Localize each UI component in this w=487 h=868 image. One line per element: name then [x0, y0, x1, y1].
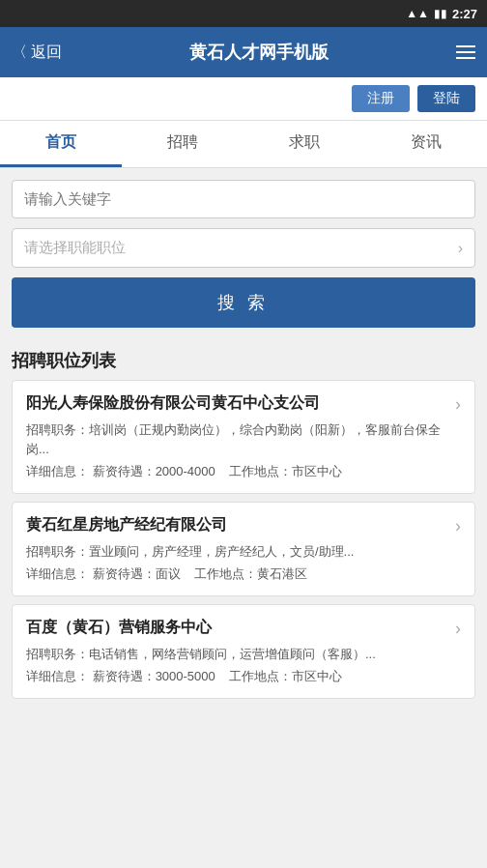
- job-card[interactable]: 阳光人寿保险股份有限公司黄石中心支公司 › 招聘职务：培训岗（正规内勤岗位），综…: [12, 380, 475, 494]
- job-card[interactable]: 百度（黄石）营销服务中心 › 招聘职务：电话销售，网络营销顾问，运营增值顾问（客…: [12, 604, 475, 699]
- job-card-arrow-icon: ›: [455, 394, 461, 415]
- location-value: 市区中心: [292, 464, 342, 478]
- positions-label: 招聘职务：: [26, 544, 89, 559]
- job-company-name: 阳光人寿保险股份有限公司黄石中心支公司: [26, 392, 455, 414]
- salary-value: 面议: [156, 566, 181, 581]
- login-button[interactable]: 登陆: [417, 85, 475, 112]
- status-time: 2:27: [452, 7, 477, 21]
- job-card-arrow-icon: ›: [455, 619, 461, 639]
- location-label: 工作地点：: [194, 566, 257, 581]
- location-label: 工作地点：: [229, 464, 292, 478]
- salary-value: 3000-5000: [156, 669, 215, 683]
- job-positions: 招聘职务：电话销售，网络营销顾问，运营增值顾问（客服）...: [26, 645, 461, 664]
- details-label: 详细信息：: [26, 566, 89, 581]
- job-positions: 招聘职务：置业顾问，房产经理，房产经纪人，文员/助理...: [26, 542, 461, 562]
- location-value: 市区中心: [292, 669, 342, 683]
- search-area: 请选择职能职位 › 搜 索: [0, 168, 487, 339]
- tab-job-search[interactable]: 求职: [244, 121, 365, 167]
- job-positions: 招聘职务：培训岗（正规内勤岗位），综合内勤岗（阳新），客服前台保全岗...: [26, 420, 461, 458]
- search-button-wrapper: 搜 索: [12, 277, 475, 339]
- job-card[interactable]: 黄石红星房地产经纪有限公司 › 招聘职务：置业顾问，房产经理，房产经纪人，文员/…: [12, 502, 475, 596]
- job-details: 详细信息： 薪资待遇：面议 工作地点：黄石港区: [26, 564, 461, 584]
- salary-value: 2000-4000: [156, 464, 215, 478]
- tab-recruitment[interactable]: 招聘: [122, 121, 244, 167]
- details-label: 详细信息：: [26, 464, 89, 478]
- positions-label: 招聘职务：: [26, 647, 89, 661]
- keyword-input-wrapper[interactable]: [12, 180, 475, 218]
- back-button[interactable]: 〈 返回: [12, 43, 62, 63]
- search-button[interactable]: 搜 索: [12, 277, 475, 328]
- job-card-header: 阳光人寿保险股份有限公司黄石中心支公司 ›: [26, 392, 461, 415]
- status-icons: ▲▲ ▮▮ 2:27: [406, 7, 477, 21]
- position-select-text: 请选择职能职位: [24, 239, 126, 257]
- position-select[interactable]: 请选择职能职位 ›: [12, 228, 475, 268]
- job-card-header: 黄石红星房地产经纪有限公司 ›: [26, 514, 461, 536]
- status-bar: ▲▲ ▮▮ 2:27: [0, 0, 487, 27]
- tab-news[interactable]: 资讯: [365, 121, 487, 167]
- job-card-arrow-icon: ›: [455, 516, 461, 536]
- menu-button[interactable]: [456, 45, 475, 59]
- job-company-name: 百度（黄石）营销服务中心: [26, 617, 455, 638]
- back-label: 返回: [31, 43, 62, 63]
- header-title: 黄石人才网手机版: [62, 41, 456, 64]
- back-chevron-icon: 〈: [12, 43, 27, 63]
- job-list-section: 招聘职位列表 阳光人寿保险股份有限公司黄石中心支公司 › 招聘职务：培训岗（正规…: [0, 339, 487, 699]
- position-select-arrow-icon: ›: [458, 240, 463, 257]
- header: 〈 返回 黄石人才网手机版: [0, 27, 487, 77]
- location-value: 黄石港区: [257, 566, 307, 581]
- details-label: 详细信息：: [26, 669, 89, 683]
- tabs-bar: 首页 招聘 求职 资讯: [0, 121, 487, 168]
- job-card-header: 百度（黄石）营销服务中心 ›: [26, 617, 461, 639]
- positions-text: 培训岗（正规内勤岗位），综合内勤岗（阳新），客服前台保全岗...: [26, 422, 441, 456]
- salary-label: 薪资待遇：: [93, 464, 156, 478]
- battery-icon: ▮▮: [434, 7, 447, 20]
- job-details: 详细信息： 薪资待遇：2000-4000 工作地点：市区中心: [26, 462, 461, 481]
- location-label: 工作地点：: [229, 669, 292, 683]
- salary-label: 薪资待遇：: [93, 669, 156, 683]
- job-company-name: 黄石红星房地产经纪有限公司: [26, 514, 455, 535]
- tab-home[interactable]: 首页: [0, 121, 122, 167]
- positions-label: 招聘职务：: [26, 422, 89, 437]
- salary-label: 薪资待遇：: [93, 566, 156, 581]
- positions-text: 电话销售，网络营销顾问，运营增值顾问（客服）...: [89, 647, 376, 661]
- positions-text: 置业顾问，房产经理，房产经纪人，文员/助理...: [89, 544, 354, 559]
- job-list-title: 招聘职位列表: [12, 349, 475, 372]
- job-details: 详细信息： 薪资待遇：3000-5000 工作地点：市区中心: [26, 667, 461, 686]
- register-button[interactable]: 注册: [352, 85, 410, 112]
- auth-bar: 注册 登陆: [0, 77, 487, 121]
- wifi-icon: ▲▲: [406, 7, 429, 20]
- keyword-input[interactable]: [24, 190, 463, 207]
